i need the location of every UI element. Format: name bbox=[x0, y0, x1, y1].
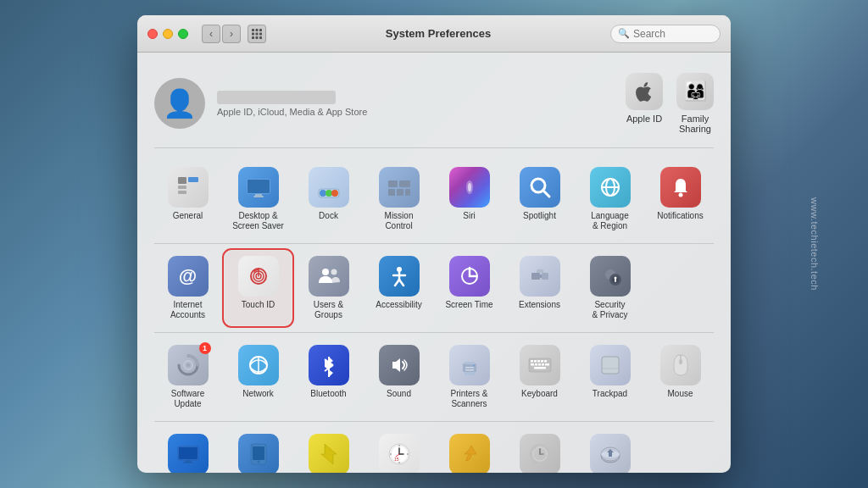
software-label: SoftwareUpdate bbox=[171, 389, 204, 409]
mouse-label: Mouse bbox=[667, 389, 693, 399]
mission-label: MissionControl bbox=[385, 211, 414, 231]
pref-notifications[interactable]: Notifications bbox=[647, 162, 714, 236]
profile-name: —————————— bbox=[217, 91, 336, 104]
trackpad-icon bbox=[590, 345, 631, 385]
svg-rect-81 bbox=[185, 460, 192, 462]
pref-printers[interactable]: Printers &Scanners bbox=[436, 340, 503, 414]
svg-point-54 bbox=[186, 363, 190, 367]
svg-rect-22 bbox=[399, 180, 410, 187]
network-label: Network bbox=[242, 389, 274, 399]
svg-rect-66 bbox=[537, 360, 540, 363]
touchid-icon bbox=[238, 256, 279, 297]
language-icon bbox=[590, 167, 631, 208]
svg-rect-16 bbox=[253, 196, 264, 197]
pref-keyboard[interactable]: Keyboard bbox=[506, 340, 573, 414]
pref-desktop[interactable]: Desktop &Screen Saver bbox=[225, 162, 292, 236]
datetime-icon: 15 bbox=[379, 434, 420, 473]
search-input[interactable] bbox=[633, 28, 713, 40]
forward-button[interactable]: › bbox=[222, 25, 241, 43]
family-sharing-icon: 👨‍👩‍👧 bbox=[676, 73, 714, 110]
pref-energy[interactable]: EnergySaver bbox=[295, 429, 362, 473]
pref-accessibility[interactable]: Accessibility bbox=[365, 251, 432, 325]
profile-subtitle: Apple ID, iCloud, Media & App Store bbox=[217, 107, 626, 117]
svg-rect-21 bbox=[388, 180, 398, 187]
desktop-label: Desktop &Screen Saver bbox=[232, 211, 284, 231]
svg-rect-9 bbox=[178, 177, 186, 184]
svg-line-29 bbox=[542, 191, 549, 197]
svg-rect-80 bbox=[179, 447, 198, 459]
pref-dock[interactable]: Dock bbox=[295, 162, 362, 236]
pref-general[interactable]: General bbox=[154, 162, 221, 236]
pref-startup[interactable]: StartupDisk bbox=[576, 429, 643, 473]
maximize-button[interactable] bbox=[178, 29, 188, 39]
svg-point-19 bbox=[326, 190, 332, 197]
dock-label: Dock bbox=[319, 211, 338, 221]
pref-datetime[interactable]: 15 Date & Time bbox=[365, 429, 432, 473]
pref-displays[interactable]: Displays bbox=[154, 429, 221, 473]
sound-icon bbox=[379, 345, 420, 385]
software-badge: 1 bbox=[199, 342, 211, 354]
keyboard-icon bbox=[520, 345, 560, 385]
mouse-icon bbox=[660, 345, 701, 385]
internet-label: InternetAccounts bbox=[170, 300, 205, 320]
svg-rect-73 bbox=[545, 363, 549, 366]
back-button[interactable]: ‹ bbox=[202, 25, 220, 43]
apple-id-button[interactable]: Apple ID bbox=[626, 73, 663, 134]
screentime-label: Screen Time bbox=[445, 300, 492, 310]
pref-spotlight[interactable]: Spotlight bbox=[506, 162, 573, 236]
bluetooth-icon bbox=[309, 345, 349, 385]
svg-rect-68 bbox=[544, 360, 547, 363]
svg-rect-64 bbox=[531, 360, 533, 363]
svg-rect-70 bbox=[535, 363, 537, 366]
profile-section: 👤 —————————— Apple ID, iCloud, Media & A… bbox=[154, 66, 714, 148]
pref-sound[interactable]: Sound bbox=[365, 340, 432, 414]
pref-siri[interactable]: Siri bbox=[436, 162, 503, 236]
pref-touchid[interactable]: Touch ID bbox=[225, 251, 292, 325]
pref-security[interactable]: Security& Privacy bbox=[576, 251, 643, 325]
minimize-button[interactable] bbox=[163, 29, 173, 39]
family-sharing-button[interactable]: 👨‍👩‍👧 FamilySharing bbox=[676, 73, 714, 134]
pref-mouse[interactable]: Mouse bbox=[647, 340, 714, 414]
pref-language[interactable]: Language& Region bbox=[576, 162, 643, 236]
pref-sidecar[interactable]: Sidecar bbox=[225, 429, 292, 473]
titlebar: ‹ › System Preferences 🔍 bbox=[137, 15, 731, 53]
apple-id-label: Apple ID bbox=[626, 114, 662, 124]
timemachine-icon bbox=[520, 434, 560, 473]
window-title: System Preferences bbox=[273, 27, 604, 40]
pref-sharing[interactable]: Sharing bbox=[436, 429, 503, 473]
internet-icon: @ bbox=[168, 256, 209, 297]
pref-internet[interactable]: @ InternetAccounts bbox=[154, 251, 221, 325]
traffic-lights bbox=[147, 29, 188, 39]
general-label: General bbox=[173, 211, 203, 221]
svg-rect-69 bbox=[531, 363, 534, 366]
pref-users[interactable]: Users &Groups bbox=[295, 251, 362, 325]
pref-mission[interactable]: MissionControl bbox=[365, 162, 432, 236]
trackpad-label: Trackpad bbox=[593, 389, 627, 399]
pref-extensions[interactable]: Extensions bbox=[506, 251, 573, 325]
svg-point-20 bbox=[331, 190, 338, 197]
svg-point-33 bbox=[678, 193, 682, 197]
svg-rect-72 bbox=[542, 363, 544, 366]
svg-rect-2 bbox=[259, 29, 262, 31]
svg-rect-12 bbox=[188, 177, 198, 182]
sharing-icon bbox=[449, 434, 490, 473]
grid-view-button[interactable] bbox=[248, 25, 266, 43]
family-sharing-label: FamilySharing bbox=[679, 114, 711, 134]
svg-rect-6 bbox=[252, 36, 254, 39]
svg-rect-8 bbox=[259, 36, 262, 39]
pref-bluetooth[interactable]: Bluetooth bbox=[295, 340, 362, 414]
pref-trackpad[interactable]: Trackpad bbox=[576, 340, 643, 414]
prefs-row-3: 1 SoftwareUpdate Network bbox=[154, 340, 714, 414]
svg-point-62 bbox=[473, 365, 475, 367]
divider-1 bbox=[154, 243, 714, 244]
close-button[interactable] bbox=[147, 29, 158, 39]
svg-line-43 bbox=[399, 280, 403, 286]
search-box[interactable]: 🔍 bbox=[610, 25, 721, 43]
svg-rect-4 bbox=[256, 32, 259, 35]
pref-screentime[interactable]: Screen Time bbox=[436, 251, 503, 325]
pref-timemachine[interactable]: TimeMachine bbox=[506, 429, 573, 473]
keyboard-label: Keyboard bbox=[521, 389, 558, 399]
pref-software[interactable]: 1 SoftwareUpdate bbox=[154, 340, 221, 414]
svg-rect-3 bbox=[252, 32, 254, 35]
pref-network[interactable]: Network bbox=[225, 340, 292, 414]
